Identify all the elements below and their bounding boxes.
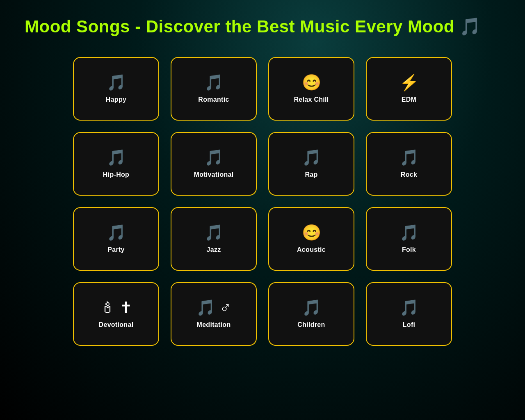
happy-label: Happy <box>106 96 126 103</box>
rock-label: Rock <box>401 171 417 178</box>
edm-label: EDM <box>402 96 416 103</box>
card-edm[interactable]: ⚡EDM <box>366 57 452 121</box>
edm-icon: ⚡ <box>399 75 419 90</box>
card-jazz[interactable]: 🎵Jazz <box>171 207 257 271</box>
mood-grid: 🎵Happy🎵Romantic😊Relax Chill⚡EDM🎵Hip-Hop🎵… <box>48 57 477 346</box>
card-relax-chill[interactable]: 😊Relax Chill <box>268 57 354 121</box>
card-rock[interactable]: 🎵Rock <box>366 132 452 196</box>
children-label: Children <box>297 321 325 329</box>
romantic-icon: 🎵 <box>204 75 224 90</box>
motivational-label: Motivational <box>194 171 234 178</box>
acoustic-label: Acoustic <box>297 246 326 253</box>
meditation-label: Meditation <box>197 321 231 329</box>
card-rap[interactable]: 🎵Rap <box>268 132 354 196</box>
relax-chill-icon: 😊 <box>302 75 321 90</box>
motivational-icon: 🎵 <box>204 150 224 165</box>
jazz-icon: 🎵 <box>204 225 224 240</box>
card-party[interactable]: 🎵Party <box>73 207 159 271</box>
relax-chill-label: Relax Chill <box>294 96 329 103</box>
party-label: Party <box>107 246 125 253</box>
acoustic-icon: 😊 <box>302 225 321 240</box>
folk-icon: 🎵 <box>399 225 419 240</box>
card-meditation[interactable]: 🎵 ♂Meditation <box>171 282 257 346</box>
card-hip-hop[interactable]: 🎵Hip-Hop <box>73 132 159 196</box>
rap-label: Rap <box>305 171 317 178</box>
devotional-icon: 🕯 ✝ <box>100 300 133 315</box>
page-title: Mood Songs - Discover the Best Music Eve… <box>25 16 500 37</box>
happy-icon: 🎵 <box>107 75 126 90</box>
romantic-label: Romantic <box>198 96 229 103</box>
hip-hop-label: Hip-Hop <box>103 171 129 178</box>
card-lofi[interactable]: 🎵Lofi <box>366 282 452 346</box>
hip-hop-icon: 🎵 <box>107 150 126 165</box>
card-children[interactable]: 🎵Children <box>268 282 354 346</box>
card-acoustic[interactable]: 😊Acoustic <box>268 207 354 271</box>
meditation-icon: 🎵 ♂ <box>196 300 231 315</box>
card-motivational[interactable]: 🎵Motivational <box>171 132 257 196</box>
children-icon: 🎵 <box>302 300 321 315</box>
devotional-label: Devotional <box>99 321 134 329</box>
card-folk[interactable]: 🎵Folk <box>366 207 452 271</box>
card-happy[interactable]: 🎵Happy <box>73 57 159 121</box>
lofi-label: Lofi <box>403 321 415 329</box>
card-devotional[interactable]: 🕯 ✝Devotional <box>73 282 159 346</box>
rock-icon: 🎵 <box>399 150 419 165</box>
party-icon: 🎵 <box>107 225 126 240</box>
jazz-label: Jazz <box>207 246 221 253</box>
rap-icon: 🎵 <box>302 150 321 165</box>
card-romantic[interactable]: 🎵Romantic <box>171 57 257 121</box>
folk-label: Folk <box>402 246 416 253</box>
lofi-icon: 🎵 <box>399 300 419 315</box>
header: Mood Songs - Discover the Best Music Eve… <box>0 0 525 45</box>
